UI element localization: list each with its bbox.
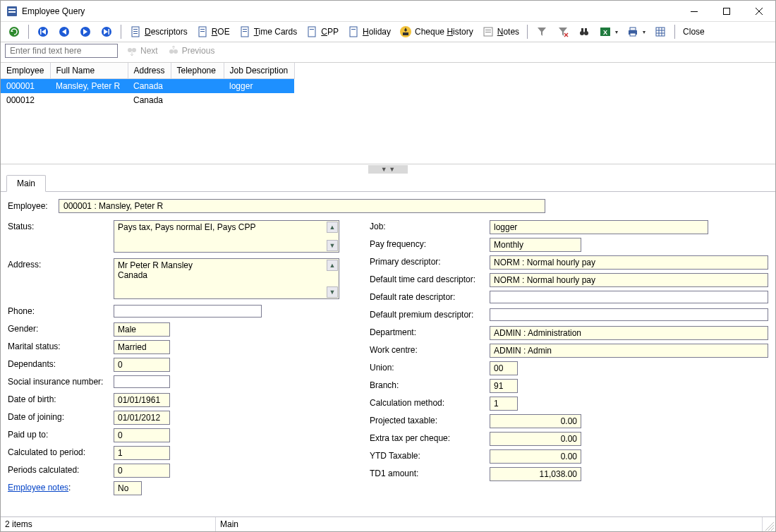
svg-rect-23: [310, 29, 314, 30]
statusbar: 2 items Main: [1, 516, 775, 531]
descriptors-button[interactable]: Descriptors: [126, 24, 190, 40]
svg-point-5: [9, 27, 19, 37]
close-button[interactable]: Close: [680, 25, 708, 38]
scroll-up-icon[interactable]: ▲: [327, 222, 338, 233]
payfreq-label: Pay frequency:: [370, 238, 490, 249]
employee-notes-link[interactable]: Employee notes: [8, 483, 68, 492]
excel-button[interactable]: X▾: [596, 24, 621, 40]
td1-value: 11,038.00: [490, 467, 581, 481]
app-icon: [6, 6, 18, 17]
nav-next-icon: [79, 25, 92, 38]
col-address[interactable]: Address: [128, 63, 171, 79]
roe-label: ROE: [212, 27, 230, 37]
find-next-button[interactable]: Next: [125, 44, 159, 58]
periodscalc-value: 0: [114, 464, 170, 478]
union-label: Union:: [370, 361, 490, 373]
nav-last-button[interactable]: [97, 24, 116, 40]
tabstrip: Main: [1, 174, 775, 192]
svg-rect-27: [403, 32, 408, 35]
paidupto-label: Paid up to:: [8, 428, 114, 440]
print-button[interactable]: ▾: [624, 24, 648, 40]
employee-value: 000001 : Mansley, Peter R: [59, 199, 545, 213]
chequehistory-label: Cheque History: [415, 27, 473, 37]
close-label: Close: [683, 27, 705, 37]
maximize-button[interactable]: [710, 1, 743, 22]
ytdtax-label: YTD Taxable:: [370, 449, 490, 461]
scroll-up-icon[interactable]: ▲: [327, 260, 338, 271]
defaultprem-label: Default premium descriptor:: [370, 308, 490, 320]
status-items: 2 items: [1, 517, 216, 531]
cheque-icon: [399, 25, 412, 38]
table-row[interactable]: 000012Canada: [1, 93, 294, 107]
employee-grid[interactable]: Employee Full Name Address Telephone Job…: [1, 62, 775, 164]
nav-next-button[interactable]: [76, 24, 95, 40]
timecards-label: Time Cards: [254, 27, 298, 37]
nav-last-icon: [100, 25, 113, 38]
nav-prev-button[interactable]: [55, 24, 73, 40]
status-tab: Main: [216, 517, 763, 531]
svg-rect-38: [630, 28, 636, 30]
job-value: logger: [490, 220, 708, 234]
svg-rect-39: [630, 33, 636, 36]
binoculars-down-icon: [126, 45, 138, 56]
svg-rect-14: [133, 31, 138, 32]
refresh-button[interactable]: [5, 24, 23, 40]
filter2-button[interactable]: [554, 24, 572, 40]
document-icon: [347, 25, 360, 38]
svg-rect-13: [133, 29, 138, 30]
col-telephone[interactable]: Telephone: [171, 63, 224, 79]
cpp-button[interactable]: CPP: [303, 24, 341, 40]
roe-button[interactable]: ROE: [193, 24, 233, 40]
svg-rect-15: [133, 33, 138, 34]
job-label: Job:: [370, 220, 490, 231]
svg-rect-1: [8, 8, 16, 10]
tab-main[interactable]: Main: [6, 175, 46, 192]
col-jobdesc[interactable]: Job Description: [224, 63, 294, 79]
dependants-value: 0: [114, 358, 170, 372]
svg-rect-7: [40, 29, 42, 35]
td1-label: TD1 amount:: [370, 467, 490, 478]
filter1-button[interactable]: [533, 24, 551, 40]
svg-rect-4: [724, 8, 730, 14]
titlebar: Employee Query: [1, 1, 775, 22]
primdesc-label: Primary descriptor:: [370, 255, 490, 267]
svg-rect-17: [200, 29, 205, 30]
doj-value: 01/01/2012: [114, 411, 170, 425]
workcentre-label: Work centre:: [370, 344, 490, 355]
minimize-button[interactable]: [678, 1, 710, 22]
scroll-down-icon[interactable]: ▼: [327, 240, 338, 251]
grid-button[interactable]: [651, 24, 669, 40]
scroll-down-icon[interactable]: ▼: [327, 286, 338, 298]
marital-label: Marital status:: [8, 340, 114, 351]
gender-value: Male: [114, 322, 170, 337]
nav-first-button[interactable]: [34, 24, 52, 40]
branch-value: 91: [490, 379, 518, 393]
toolbar: Descriptors ROE Time Cards CPP Holiday C…: [1, 22, 775, 42]
phone-value: [114, 305, 262, 318]
document-icon: [238, 25, 251, 38]
extratax-value: 0.00: [490, 432, 581, 446]
empnotes-label[interactable]: Employee notes:: [8, 481, 114, 492]
defaulttc-label: Default time card descriptor:: [370, 273, 490, 284]
splitter[interactable]: ▼ ▼: [1, 164, 775, 174]
col-employee[interactable]: Employee: [1, 63, 50, 79]
defaultrate-label: Default rate descriptor:: [370, 291, 490, 302]
table-row[interactable]: 000001Mansley, Peter RCanadalogger: [1, 79, 294, 94]
holiday-button[interactable]: Holiday: [344, 24, 394, 40]
resize-grip-icon[interactable]: [763, 517, 775, 531]
col-fullname[interactable]: Full Name: [50, 63, 128, 79]
gender-label: Gender:: [8, 322, 114, 334]
find-prev-button[interactable]: Previous: [166, 44, 217, 58]
notes-icon: [482, 25, 495, 38]
grid-header-row: Employee Full Name Address Telephone Job…: [1, 63, 294, 79]
close-window-button[interactable]: [743, 1, 775, 22]
timecards-button[interactable]: Time Cards: [236, 24, 301, 40]
svg-point-42: [132, 48, 136, 52]
find-input[interactable]: [5, 44, 118, 58]
chequehistory-button[interactable]: Cheque History: [396, 24, 476, 40]
primdesc-value: NORM : Normal hourly pay: [490, 255, 768, 270]
svg-rect-21: [243, 31, 247, 32]
binoculars-button[interactable]: [575, 24, 593, 40]
notes-button[interactable]: Notes: [479, 24, 522, 40]
phone-label: Phone:: [8, 305, 114, 316]
